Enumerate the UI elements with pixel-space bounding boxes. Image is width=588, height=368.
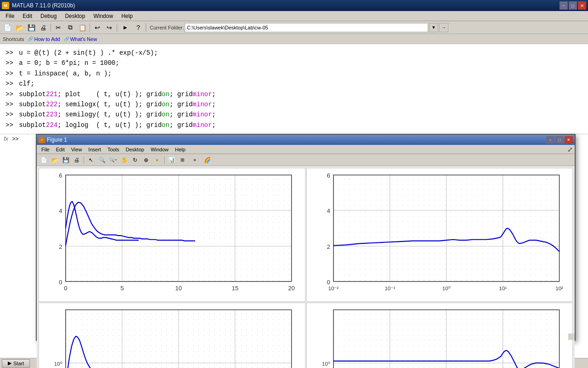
navigate-button[interactable]: →: [439, 23, 448, 32]
fig-print-btn[interactable]: 🖨: [72, 155, 82, 165]
code-2: a = 0; b = 6*pi; n = 1000;: [15, 58, 119, 68]
menu-help[interactable]: Help: [118, 12, 136, 20]
sep3: [117, 23, 117, 32]
code-5c: ; plot ( t, u(t) ); grid: [57, 89, 162, 99]
svg-text:4: 4: [327, 207, 330, 214]
menu-debug[interactable]: Debug: [37, 12, 60, 20]
fig-zoom-in-btn[interactable]: 🔍: [97, 155, 107, 165]
cmd-line-7: >> subplot 223; semilogy( t, u(t) ); gri…: [6, 109, 582, 120]
command-window[interactable]: >> u = @(t) (2 + sin(t) ) .* exp(-x/5); …: [0, 44, 588, 134]
fig-pan-btn[interactable]: ✋: [119, 155, 129, 165]
start-icon: ▶: [8, 360, 11, 366]
toolbar: 📄 📂 💾 🖨 ✂ ⧉ 📋 ↩ ↪ ▶ ? Current Folder: ▼ …: [0, 21, 588, 34]
cut-btn[interactable]: ✂: [53, 23, 64, 33]
simulink-btn[interactable]: ▶: [119, 23, 132, 33]
fx-prompt: >>: [12, 136, 18, 142]
fig-menu-tools[interactable]: Tools: [105, 146, 122, 153]
cmd-line-5: >> subplot 221; plot ( t, u(t) ); grid o…: [6, 89, 582, 99]
prompt-1: >>: [6, 48, 13, 58]
svg-text:10⁰: 10⁰: [442, 286, 450, 291]
fig-colorbar-btn[interactable]: 🌈: [202, 155, 212, 165]
fig-menu-insert[interactable]: Insert: [85, 146, 104, 153]
current-folder-input[interactable]: [185, 23, 428, 32]
cmd-line-3: >> t = linspace( a, b, n );: [6, 69, 582, 79]
svg-text:10²: 10²: [555, 286, 563, 291]
svg-text:10: 10: [175, 285, 181, 292]
sep1: [51, 23, 51, 32]
fig-menu-edit[interactable]: Edit: [53, 146, 68, 153]
svg-text:0: 0: [59, 279, 62, 286]
cmd-line-6: >> subplot 222; semilogx( t, u(t) ); gri…: [6, 99, 582, 109]
fig-sep1: [84, 156, 84, 164]
code-8d: on: [162, 120, 170, 130]
subplot-223: 10⁰ 0 5 10 15 20: [39, 303, 305, 368]
cmd-line-8: >> subplot 224; loglog ( t, u(t) ); grid…: [6, 120, 582, 130]
titlebar-controls: − □ ✕: [560, 1, 586, 10]
code-8b: 224: [46, 120, 57, 130]
subplot-222: 6 4 2 0 10⁻² 10⁻¹ 10⁰ 10¹ 10²: [306, 168, 573, 302]
fig-rotate-btn[interactable]: ↻: [130, 155, 140, 165]
fig-menu-help[interactable]: Help: [172, 146, 188, 153]
figure-menu-bar: File Edit View Insert Tools Desktop Wind…: [37, 145, 575, 154]
undo-btn[interactable]: ↩: [92, 23, 103, 33]
subplot-221: 6 4 2 0 0 5 10 15 20: [39, 168, 305, 302]
fig-open-btn[interactable]: 📂: [50, 155, 60, 165]
fig-legend-btn[interactable]: ≡: [188, 155, 201, 165]
fig-plot-btn[interactable]: 📊: [166, 155, 176, 165]
fig-cursor-btn[interactable]: ↖: [86, 155, 96, 165]
svg-text:15: 15: [232, 285, 238, 292]
fig-menu-file[interactable]: File: [39, 146, 52, 153]
maximize-button[interactable]: □: [569, 1, 577, 10]
code-7a: subplot: [15, 109, 46, 120]
prompt-8: >>: [6, 120, 13, 130]
svg-text:10¹: 10¹: [499, 286, 507, 291]
fig-menu-desktop[interactable]: Desktop: [123, 146, 147, 153]
fig-subplot-btn[interactable]: ⊞: [177, 155, 187, 165]
code-5d: on: [162, 89, 170, 99]
fig-menu-window[interactable]: Window: [148, 146, 171, 153]
figure-minimize-btn[interactable]: −: [546, 136, 554, 144]
minimize-button[interactable]: −: [560, 1, 568, 10]
menu-edit[interactable]: Edit: [19, 12, 36, 20]
fig-expand-icon[interactable]: ⤢: [567, 146, 573, 153]
fig-new-btn[interactable]: 📄: [39, 155, 49, 165]
fig-menu-view[interactable]: View: [68, 146, 85, 153]
code-7f: minor: [192, 109, 212, 120]
menu-file[interactable]: File: [2, 12, 18, 20]
fig-datacursor-btn[interactable]: ⊕: [141, 155, 151, 165]
figure-maximize-btn[interactable]: □: [555, 136, 564, 144]
fx-label: fx: [4, 135, 8, 142]
start-button[interactable]: ▶ Start: [2, 359, 30, 368]
browse-button[interactable]: ▼: [429, 23, 438, 32]
close-button[interactable]: ✕: [578, 1, 586, 10]
save-btn[interactable]: 💾: [26, 23, 37, 33]
redo-btn[interactable]: ↪: [104, 23, 115, 33]
open-btn[interactable]: 📂: [14, 23, 25, 33]
code-7d: on: [162, 109, 170, 120]
code-3: t = linspace( a, b, n );: [15, 69, 112, 79]
new-file-btn[interactable]: 📄: [2, 23, 13, 33]
print-btn[interactable]: 🖨: [38, 23, 49, 33]
whats-new-link[interactable]: 🔗 What's New: [64, 36, 97, 42]
fig-brush-btn[interactable]: ●: [152, 155, 162, 165]
how-to-add-link[interactable]: 🔗 How to Add: [28, 36, 60, 42]
figure-close-btn[interactable]: ✕: [565, 136, 573, 144]
code-4: clf;: [15, 79, 34, 89]
figure-controls: − □ ✕: [546, 136, 573, 144]
fig-save-btn[interactable]: 💾: [61, 155, 71, 165]
fig-zoom-out-btn[interactable]: 🔍−: [108, 155, 118, 165]
menu-desktop[interactable]: Desktop: [61, 12, 89, 20]
paste-btn[interactable]: 📋: [77, 23, 88, 33]
help-btn[interactable]: ?: [133, 23, 144, 33]
copy-btn[interactable]: ⧉: [65, 23, 76, 33]
code-5b: 221: [46, 89, 57, 99]
code-8a: subplot: [15, 120, 46, 130]
figure-resize-handle[interactable]: [568, 334, 575, 340]
figure-titlebar-left: f Figure 1: [39, 137, 67, 143]
prompt-7: >>: [6, 109, 13, 120]
prompt-2: >>: [6, 58, 13, 68]
start-label: Start: [13, 361, 24, 366]
menu-window[interactable]: Window: [90, 12, 117, 20]
code-1: u = @(t) (2 + sin(t) ) .* exp(-x/5);: [15, 48, 158, 58]
figure-window[interactable]: f Figure 1 − □ ✕ File Edit View Insert T…: [36, 134, 576, 341]
